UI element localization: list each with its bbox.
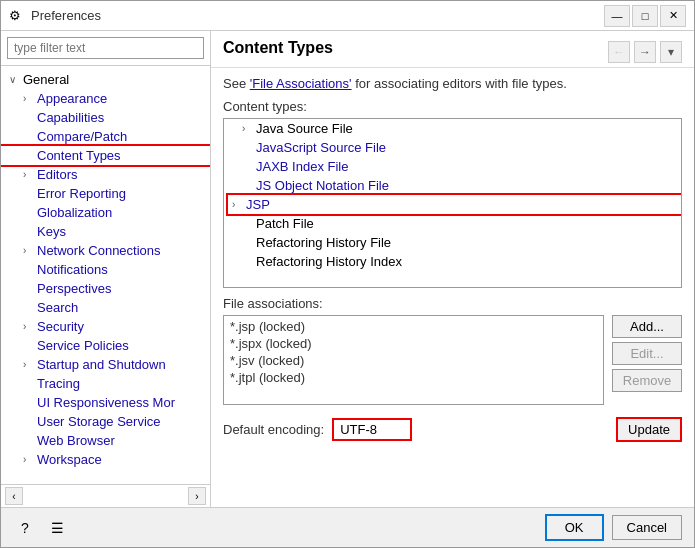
fa-item[interactable]: *.jtpl (locked) (226, 369, 601, 386)
tree-item-user-storage[interactable]: User Storage Service (1, 412, 210, 431)
nav-dropdown-button[interactable]: ▾ (660, 41, 682, 63)
ct-item-label: JS Object Notation File (256, 178, 389, 193)
cancel-button[interactable]: Cancel (612, 515, 682, 540)
ct-item-json[interactable]: JS Object Notation File (224, 176, 681, 195)
bottom-left-buttons: ? ☰ (13, 516, 69, 540)
tree-item-label: Search (37, 300, 78, 315)
tree-item-label: Startup and Shutdown (37, 357, 166, 372)
tree-area: ∨ General › Appearance Capabilities Comp… (1, 66, 210, 484)
page-title: Content Types (223, 39, 333, 57)
ok-button[interactable]: OK (545, 514, 604, 541)
close-button[interactable]: ✕ (660, 5, 686, 27)
chevron-right-icon: › (23, 245, 37, 256)
ct-item-label: JavaScript Source File (256, 140, 386, 155)
chevron-right-icon: › (23, 169, 37, 180)
right-content: See 'File Associations' for associating … (211, 68, 694, 507)
file-associations-list[interactable]: *.jsp (locked) *.jspx (locked) *.jsv (lo… (223, 315, 604, 405)
filter-input[interactable] (7, 37, 204, 59)
ct-item-java-source[interactable]: › Java Source File (224, 119, 681, 138)
tree-item-ui-responsiveness[interactable]: UI Responsiveness Mor (1, 393, 210, 412)
tree-item-startup[interactable]: › Startup and Shutdown (1, 355, 210, 374)
content-types-label: Content types: (223, 99, 682, 114)
tree-item-editors[interactable]: › Editors (1, 165, 210, 184)
tree-item-appearance[interactable]: › Appearance (1, 89, 210, 108)
chevron-right-icon: › (23, 321, 37, 332)
file-associations-area: *.jsp (locked) *.jspx (locked) *.jsv (lo… (223, 315, 682, 405)
tree-item-label: Web Browser (37, 433, 115, 448)
ct-item-label: Refactoring History File (256, 235, 391, 250)
content-types-list[interactable]: › Java Source File JavaScript Source Fil… (223, 118, 682, 288)
tree-item-compare[interactable]: Compare/Patch (1, 127, 210, 146)
update-button[interactable]: Update (616, 417, 682, 442)
tree-item-label: Network Connections (37, 243, 161, 258)
tree-item-label: Tracing (37, 376, 80, 391)
tree-item-globalization[interactable]: Globalization (1, 203, 210, 222)
forward-button[interactable]: → (634, 41, 656, 63)
tree-item-tracing[interactable]: Tracing (1, 374, 210, 393)
scroll-left-button[interactable]: ‹ (5, 487, 23, 505)
filter-box (1, 31, 210, 66)
ct-item-label: Refactoring History Index (256, 254, 402, 269)
left-panel: ∨ General › Appearance Capabilities Comp… (1, 31, 211, 507)
remove-button[interactable]: Remove (612, 369, 682, 392)
scroll-right-button[interactable]: › (188, 487, 206, 505)
nav-buttons: ← → ▾ (608, 41, 682, 63)
tree-item-general[interactable]: ∨ General (1, 70, 210, 89)
tree-item-label: Workspace (37, 452, 102, 467)
edit-button[interactable]: Edit... (612, 342, 682, 365)
tree-item-label: Perspectives (37, 281, 111, 296)
tree-item-label: Service Policies (37, 338, 129, 353)
tree-item-capabilities[interactable]: Capabilities (1, 108, 210, 127)
titlebar: ⚙ Preferences — □ ✕ (1, 1, 694, 31)
file-associations-link[interactable]: 'File Associations' (250, 76, 352, 91)
ct-item-refactoring-index[interactable]: Refactoring History Index (224, 252, 681, 271)
tree-item-security[interactable]: › Security (1, 317, 210, 336)
maximize-button[interactable]: □ (632, 5, 658, 27)
tree-item-service-policies[interactable]: Service Policies (1, 336, 210, 355)
minimize-button[interactable]: — (604, 5, 630, 27)
fa-item[interactable]: *.jsp (locked) (226, 318, 601, 335)
tree-item-keys[interactable]: Keys (1, 222, 210, 241)
tree-item-label: Appearance (37, 91, 107, 106)
tree-item-workspace[interactable]: › Workspace (1, 450, 210, 469)
chevron-right-icon: › (23, 93, 37, 104)
tree-item-label: Keys (37, 224, 66, 239)
tree-item-label: General (23, 72, 69, 87)
tree-item-label: UI Responsiveness Mor (37, 395, 175, 410)
tree-item-label: Editors (37, 167, 77, 182)
main-area: ∨ General › Appearance Capabilities Comp… (1, 31, 694, 507)
chevron-right-icon: › (23, 454, 37, 465)
tree-item-label: Content Types (37, 148, 121, 163)
add-button[interactable]: Add... (612, 315, 682, 338)
back-button[interactable]: ← (608, 41, 630, 63)
help-button[interactable]: ? (13, 516, 37, 540)
window-title: Preferences (31, 8, 604, 23)
tree-item-network[interactable]: › Network Connections (1, 241, 210, 260)
ct-item-jaxb[interactable]: JAXB Index File (224, 157, 681, 176)
tree-item-search[interactable]: Search (1, 298, 210, 317)
tree-item-label: Error Reporting (37, 186, 126, 201)
ct-item-refactoring-history[interactable]: Refactoring History File (224, 233, 681, 252)
ct-item-patch[interactable]: Patch File (224, 214, 681, 233)
tree-item-perspectives[interactable]: Perspectives (1, 279, 210, 298)
app-icon: ⚙ (9, 8, 25, 24)
settings-button[interactable]: ☰ (45, 516, 69, 540)
encoding-input[interactable] (332, 418, 412, 441)
ct-item-label: JAXB Index File (256, 159, 349, 174)
tree-item-content-types[interactable]: Content Types (1, 146, 210, 165)
fa-item[interactable]: *.jspx (locked) (226, 335, 601, 352)
ct-item-javascript[interactable]: JavaScript Source File (224, 138, 681, 157)
right-header: Content Types ← → ▾ (211, 31, 694, 68)
tree-item-label: Compare/Patch (37, 129, 127, 144)
tree-item-notifications[interactable]: Notifications (1, 260, 210, 279)
fa-item[interactable]: *.jsv (locked) (226, 352, 601, 369)
chevron-down-icon: ∨ (9, 74, 23, 85)
window-controls: — □ ✕ (604, 5, 686, 27)
file-associations-section: File associations: *.jsp (locked) *.jspx… (223, 296, 682, 405)
tree-item-error-reporting[interactable]: Error Reporting (1, 184, 210, 203)
tree-scroll-nav: ‹ › (1, 484, 210, 507)
encoding-row: Default encoding: Update (223, 417, 682, 442)
ct-item-jsp[interactable]: › JSP (228, 195, 681, 214)
file-associations-header: File associations: (223, 296, 682, 311)
tree-item-web-browser[interactable]: Web Browser (1, 431, 210, 450)
